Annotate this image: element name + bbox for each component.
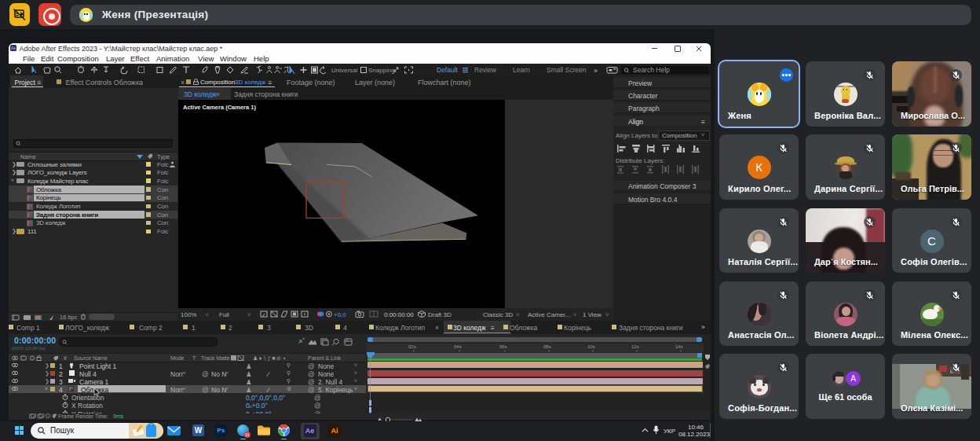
svg-text:Search Help: Search Help bbox=[633, 66, 670, 74]
svg-text:Small Screen: Small Screen bbox=[547, 66, 587, 74]
svg-text:Universal: Universal bbox=[331, 67, 358, 74]
svg-text:Review: Review bbox=[474, 66, 497, 74]
svg-text:Learn: Learn bbox=[513, 66, 530, 74]
svg-text:Snapping: Snapping bbox=[368, 67, 395, 74]
svg-text:»: » bbox=[594, 66, 598, 74]
svg-text:Default: Default bbox=[437, 66, 459, 74]
